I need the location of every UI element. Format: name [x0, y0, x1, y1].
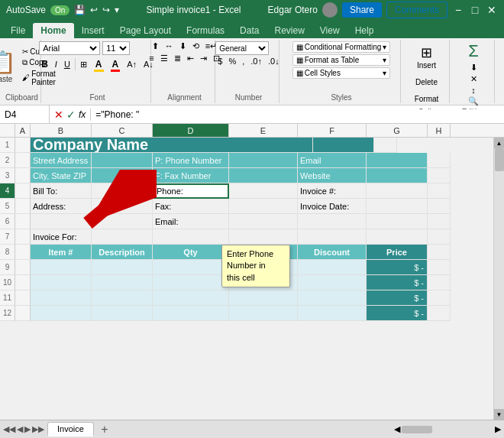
font-size-select[interactable]: 11: [102, 41, 130, 55]
tab-help[interactable]: Help: [347, 23, 382, 38]
cell-B11[interactable]: [31, 290, 92, 306]
cell-H1[interactable]: [374, 138, 397, 153]
cell-B12[interactable]: [31, 306, 92, 321]
cell-G1[interactable]: [313, 138, 374, 153]
cell-H2[interactable]: [428, 153, 451, 168]
cell-G8[interactable]: Price: [367, 245, 428, 260]
cell-F9[interactable]: [298, 260, 367, 275]
cell-D7[interactable]: [153, 229, 229, 245]
cell-B8[interactable]: Item #: [31, 245, 92, 260]
cell-F6[interactable]: [298, 214, 367, 229]
hscroll-left[interactable]: ◀: [394, 424, 400, 434]
cell-E4[interactable]: [229, 183, 298, 199]
decrease-decimal-button[interactable]: .0↓: [266, 57, 282, 66]
sheet-nav-left[interactable]: ◀: [17, 424, 23, 434]
hscroll-right[interactable]: ▶: [495, 424, 501, 434]
row-header-12[interactable]: 12: [0, 306, 15, 321]
cell-H8[interactable]: [428, 245, 451, 260]
fill-button[interactable]: ⬇: [468, 63, 480, 73]
row-header-11[interactable]: 11: [0, 290, 15, 306]
tab-file[interactable]: File: [3, 23, 33, 38]
cell-reference-box[interactable]: D4: [0, 105, 50, 123]
cell-D4[interactable]: Phone:: [153, 183, 229, 199]
border-button[interactable]: ⊞: [78, 60, 89, 70]
accounting-button[interactable]: $: [215, 57, 225, 66]
cs-dropdown[interactable]: ▾: [383, 69, 386, 77]
horizontal-scroll-area[interactable]: ◀ ▶: [394, 424, 501, 434]
cell-C6[interactable]: [92, 214, 153, 229]
cell-A10[interactable]: [15, 275, 31, 290]
col-header-H[interactable]: H: [428, 124, 451, 137]
cell-H10[interactable]: [428, 275, 451, 290]
row-header-9[interactable]: 9: [0, 260, 15, 275]
cell-A11[interactable]: [15, 290, 31, 306]
cell-D10[interactable]: [153, 275, 229, 290]
cell-H7[interactable]: [428, 229, 451, 245]
cell-F3[interactable]: Website: [298, 168, 367, 183]
fill-color-button[interactable]: A: [92, 59, 106, 70]
cell-D2[interactable]: P: Phone Number: [153, 153, 229, 168]
row-header-8[interactable]: 8: [0, 245, 15, 260]
undo-icon[interactable]: ↩: [90, 5, 98, 15]
align-right-button[interactable]: ≣: [172, 54, 183, 63]
cell-C7[interactable]: [92, 229, 153, 245]
vertical-scrollbar[interactable]: ▲ ▼: [493, 138, 504, 420]
tab-formulas[interactable]: Formulas: [179, 23, 232, 38]
cell-A8[interactable]: [15, 245, 31, 260]
cell-B10[interactable]: [31, 275, 92, 290]
row-header-2[interactable]: 2: [0, 153, 15, 168]
col-header-D[interactable]: D: [153, 124, 229, 137]
font-color-button[interactable]: A: [108, 59, 123, 70]
cell-D11[interactable]: [153, 290, 229, 306]
cell-C2[interactable]: [92, 153, 153, 168]
sheet-nav-right-right[interactable]: ▶▶: [32, 424, 44, 434]
cell-G9[interactable]: $ -: [367, 260, 428, 275]
cell-C9[interactable]: [92, 260, 153, 275]
cell-F2[interactable]: Email: [298, 153, 367, 168]
cell-E3[interactable]: [229, 168, 298, 183]
confirm-formula-icon[interactable]: ✓: [66, 109, 76, 121]
indent-decrease-button[interactable]: ⇤: [185, 54, 196, 63]
col-header-F[interactable]: F: [298, 124, 367, 137]
cf-dropdown[interactable]: ▾: [383, 43, 386, 51]
col-header-G[interactable]: G: [367, 124, 428, 137]
insert-cells-button[interactable]: ⊞ Insert: [415, 41, 438, 73]
cell-A12[interactable]: [15, 306, 31, 321]
scroll-track[interactable]: [494, 148, 505, 409]
tab-review[interactable]: Review: [267, 23, 312, 38]
comments-button[interactable]: Comments: [386, 2, 447, 18]
col-header-C[interactable]: C: [92, 124, 153, 137]
sort-button[interactable]: ↕: [469, 86, 478, 95]
align-bottom-button[interactable]: ⬇: [177, 41, 189, 51]
cell-G7[interactable]: [367, 229, 428, 245]
col-header-E[interactable]: E: [229, 124, 298, 137]
cell-D6[interactable]: Email:: [153, 214, 229, 229]
row-header-10[interactable]: 10: [0, 275, 15, 290]
sheet-nav-left-left[interactable]: ◀◀: [3, 424, 15, 434]
cell-D8[interactable]: Qty: [153, 245, 229, 260]
cell-C11[interactable]: [92, 290, 153, 306]
increase-font-button[interactable]: A↑: [124, 60, 139, 69]
redo-icon[interactable]: ↪: [102, 5, 110, 15]
increase-decimal-button[interactable]: .0↑: [248, 57, 264, 66]
cell-E5[interactable]: [229, 199, 298, 214]
cell-H9[interactable]: [428, 260, 451, 275]
row-header-3[interactable]: 3: [0, 168, 15, 183]
cell-F5[interactable]: Invoice Date:: [298, 199, 367, 214]
close-button[interactable]: ✕: [486, 4, 498, 16]
cell-A4[interactable]: [15, 183, 31, 199]
align-center-button[interactable]: ☰: [158, 54, 170, 63]
add-sheet-button[interactable]: +: [97, 422, 112, 437]
hscroll-thumb[interactable]: [402, 426, 432, 433]
cell-G12[interactable]: $ -: [367, 306, 428, 321]
cell-A6[interactable]: [15, 214, 31, 229]
cell-C4[interactable]: [92, 183, 153, 199]
cell-A2[interactable]: [15, 153, 31, 168]
align-left-button[interactable]: ≡: [147, 54, 156, 63]
cell-E2[interactable]: [229, 153, 298, 168]
cell-B5[interactable]: Address:: [31, 199, 92, 214]
cell-C10[interactable]: [92, 275, 153, 290]
font-name-select[interactable]: Arial: [39, 41, 100, 55]
align-top-button[interactable]: ⬆: [150, 41, 161, 51]
cell-B9[interactable]: [31, 260, 92, 275]
